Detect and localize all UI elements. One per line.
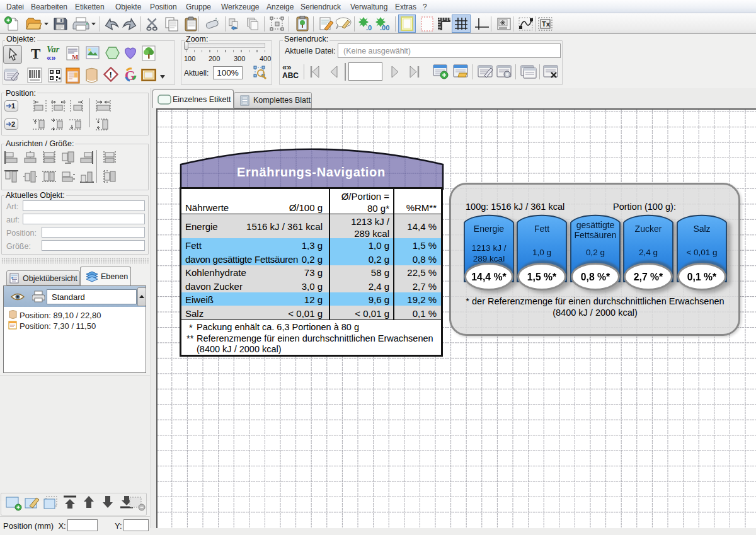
svg-text:.0: .0 bbox=[366, 24, 372, 32]
svg-text:Fett: Fett bbox=[534, 224, 549, 234]
svg-text:Fettsäuren: Fettsäuren bbox=[575, 230, 617, 240]
svg-text:!: ! bbox=[110, 70, 112, 79]
svg-text:< 0,01 g: < 0,01 g bbox=[686, 248, 717, 257]
svg-text:Energie: Energie bbox=[474, 224, 504, 234]
svg-text:0,2 g: 0,2 g bbox=[586, 248, 605, 257]
svg-text:ABC: ABC bbox=[282, 71, 299, 80]
svg-text:Salz: Salz bbox=[693, 224, 710, 234]
svg-text:M: M bbox=[72, 53, 79, 60]
svg-text:1: 1 bbox=[11, 102, 15, 110]
svg-text:289 kcal: 289 kcal bbox=[473, 254, 505, 263]
svg-text:2: 2 bbox=[11, 120, 15, 128]
svg-text:1,0 g: 1,0 g bbox=[532, 248, 551, 257]
svg-text:T: T bbox=[31, 46, 40, 61]
svg-text:.00: .00 bbox=[380, 24, 389, 32]
svg-text:1,5 %*: 1,5 %* bbox=[527, 272, 557, 282]
svg-text:2,7 %*: 2,7 %* bbox=[634, 272, 663, 282]
svg-text:«»: «» bbox=[282, 63, 291, 72]
svg-text:0,1 %*: 0,1 %* bbox=[687, 272, 717, 282]
svg-text:Zucker: Zucker bbox=[635, 224, 662, 234]
svg-text:14,4 %*: 14,4 %* bbox=[471, 272, 507, 282]
svg-text:1213 kJ /: 1213 kJ / bbox=[472, 243, 507, 253]
svg-text:gesättigte: gesättigte bbox=[576, 220, 615, 230]
svg-text:«»: «» bbox=[47, 53, 55, 62]
svg-text:0,8 %*: 0,8 %* bbox=[581, 272, 610, 282]
svg-text:Tx: Tx bbox=[542, 20, 551, 28]
svg-text:2,4 g: 2,4 g bbox=[639, 248, 658, 257]
